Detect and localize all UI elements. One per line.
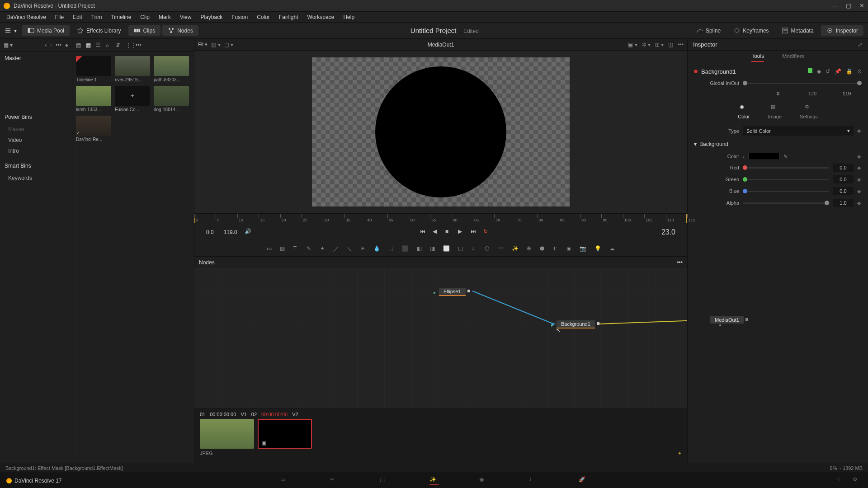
smartbin-keywords[interactable]: Keywords bbox=[0, 173, 72, 183]
color-swatch[interactable] bbox=[748, 153, 780, 160]
last-frame-button[interactable]: ⏭ bbox=[471, 228, 479, 236]
time-ruler[interactable]: 0510152025303540455055606570758085909510… bbox=[194, 213, 687, 223]
tool-text-icon[interactable]: T bbox=[293, 245, 298, 253]
metadata-toggle[interactable]: Metadata bbox=[776, 25, 819, 36]
tool-text3d-icon[interactable]: 𝐓 bbox=[553, 245, 558, 253]
viewer-roi-icon[interactable]: ✲ ▾ bbox=[642, 42, 651, 48]
background-section-header[interactable]: ▾Background bbox=[694, 141, 862, 147]
menu-edit[interactable]: Edit bbox=[69, 13, 86, 21]
clip-timeline1[interactable]: Timeline 1 bbox=[76, 56, 111, 82]
color-picker-icon[interactable]: ✎ bbox=[783, 154, 788, 160]
viewer-tool2-icon[interactable]: ▢ ▾ bbox=[224, 42, 233, 48]
viewer-split-icon[interactable]: ◫ bbox=[668, 42, 673, 48]
more-icon[interactable]: ••• bbox=[136, 42, 142, 48]
menu-mark[interactable]: Mark bbox=[155, 13, 175, 21]
tool-paint-icon[interactable]: ✎ bbox=[307, 245, 311, 253]
tool-render3d-icon[interactable]: ☁ bbox=[609, 245, 615, 253]
menu-fairlight[interactable]: Fairlight bbox=[275, 13, 302, 21]
play-button[interactable]: ▶ bbox=[458, 228, 466, 236]
subtab-color[interactable]: ◉Color bbox=[738, 104, 750, 119]
tool-wand-icon[interactable]: ✨ bbox=[512, 245, 519, 253]
page-media-icon[interactable]: ▭ bbox=[280, 476, 289, 485]
node-graph[interactable]: ▸ Ellipse1 ▸ Background1 MediaOut1 ↖ bbox=[194, 268, 687, 408]
sidebar-dot-icon[interactable]: ● bbox=[65, 42, 68, 48]
view-grid-icon[interactable]: ▦ bbox=[86, 42, 92, 48]
menu-color[interactable]: Color bbox=[253, 13, 274, 21]
type-select[interactable]: Solid Color▾ bbox=[743, 126, 854, 136]
enable-toggle-icon[interactable] bbox=[808, 68, 812, 73]
nodes-options-icon[interactable]: ••• bbox=[677, 259, 683, 266]
media-pool-toggle[interactable]: Media Pool bbox=[22, 25, 70, 36]
page-fairlight-icon[interactable]: ♪ bbox=[529, 476, 538, 485]
powerbin-master[interactable]: Master bbox=[0, 124, 72, 135]
tool-rectangle-icon[interactable]: ▢ bbox=[458, 245, 463, 253]
lock-icon[interactable]: 🔒 bbox=[846, 68, 853, 75]
tool-particles-icon[interactable]: ❋ bbox=[527, 245, 532, 253]
sidebar-back-icon[interactable]: ‹ bbox=[45, 42, 47, 48]
minimize-button[interactable]: — bbox=[832, 2, 838, 9]
tool-camera-icon[interactable]: 📷 bbox=[580, 245, 586, 253]
effects-library-toggle[interactable]: Effects Library bbox=[71, 25, 126, 36]
current-frame[interactable]: 23.0 bbox=[659, 227, 678, 237]
menu-playback[interactable]: Playback bbox=[197, 13, 226, 21]
spline-toggle[interactable]: Spline bbox=[691, 25, 726, 36]
page-deliver-icon[interactable]: 🚀 bbox=[579, 476, 588, 485]
tab-tools[interactable]: Tools bbox=[751, 53, 764, 62]
smart-bins-header[interactable]: Smart Bins bbox=[0, 159, 72, 173]
menu-view[interactable]: View bbox=[176, 13, 195, 21]
viewer-fit-dropdown[interactable]: Fit ▾ bbox=[198, 42, 208, 47]
alpha-value[interactable]: 1.0 bbox=[833, 199, 854, 207]
project-settings-icon[interactable]: ⚙ bbox=[853, 476, 862, 485]
alpha-slider[interactable] bbox=[743, 202, 829, 204]
tool-background-icon[interactable]: ▭ bbox=[267, 245, 272, 253]
audio-icon[interactable]: 🔊 bbox=[245, 228, 253, 236]
green-slider[interactable] bbox=[743, 179, 829, 180]
tool-fastnoise-icon[interactable]: ▨ bbox=[280, 245, 285, 253]
sidebar-menu-icon[interactable]: ▦ ▾ bbox=[4, 42, 13, 48]
node-background1[interactable]: ▸ Background1 bbox=[556, 320, 595, 328]
red-slider[interactable] bbox=[743, 167, 829, 169]
tool-tracker-icon[interactable]: ✦ bbox=[320, 245, 325, 253]
sidebar-fwd-icon[interactable]: › bbox=[50, 42, 52, 48]
clip-lamb[interactable]: lamb-1353... bbox=[76, 86, 111, 112]
node-ellipse1[interactable]: ▸ Ellipse1 bbox=[439, 287, 466, 296]
tool-blur-icon[interactable]: 💧 bbox=[373, 245, 380, 253]
tool-bspline-icon[interactable]: 〰 bbox=[498, 245, 504, 253]
stop-button[interactable]: ■ bbox=[445, 228, 453, 236]
powerbin-intro[interactable]: Intro bbox=[0, 145, 72, 156]
tool-transform-icon[interactable]: ⬛ bbox=[402, 245, 409, 253]
sort-icon[interactable]: ⋮⋮ bbox=[126, 42, 132, 48]
green-value[interactable]: 0.0 bbox=[833, 175, 854, 183]
viewer-subview-icon[interactable]: ▣ ▾ bbox=[628, 42, 637, 48]
menu-davinci[interactable]: DaVinci Resolve bbox=[3, 13, 50, 21]
page-cut-icon[interactable]: ✂ bbox=[330, 476, 339, 485]
global-in-value[interactable]: 0 bbox=[768, 89, 788, 98]
global-inout-slider[interactable] bbox=[743, 83, 862, 84]
versions-icon[interactable]: ⊙ bbox=[857, 68, 862, 75]
clip-davinci[interactable]: ♪DaVinci Re... bbox=[76, 116, 111, 142]
tool-light-icon[interactable]: 💡 bbox=[594, 245, 601, 253]
tool-channel-icon[interactable]: ◨ bbox=[430, 245, 435, 253]
nodes-toggle[interactable]: Nodes bbox=[162, 25, 198, 36]
blue-key-icon[interactable]: ◆ bbox=[857, 188, 862, 194]
home-icon[interactable]: ⌂ bbox=[836, 476, 845, 485]
node-mediaout1[interactable]: MediaOut1 bbox=[710, 316, 744, 324]
subtab-settings[interactable]: ⚙Settings bbox=[800, 104, 818, 119]
tool-prender-icon[interactable]: ⬢ bbox=[540, 245, 545, 253]
viewer-grid-icon[interactable]: ⊞ ▾ bbox=[655, 42, 664, 48]
menu-file[interactable]: File bbox=[52, 13, 67, 21]
inspector-expand-icon[interactable]: ⤢ bbox=[858, 41, 863, 48]
view-list-icon[interactable]: ☰ bbox=[96, 42, 102, 48]
pin-icon[interactable]: 📌 bbox=[835, 68, 841, 75]
reset-icon[interactable]: ↺ bbox=[826, 68, 830, 75]
viewer[interactable] bbox=[194, 51, 687, 213]
page-color-icon[interactable]: ◉ bbox=[479, 476, 488, 485]
close-button[interactable]: ✕ bbox=[859, 2, 864, 9]
tool-polygon-icon[interactable]: ⬡ bbox=[485, 245, 490, 253]
step-back-button[interactable]: ◀ bbox=[433, 228, 441, 236]
clip-dog[interactable]: dog-18014... bbox=[154, 86, 189, 112]
power-bins-header[interactable]: Power Bins bbox=[0, 110, 72, 124]
red-key-icon[interactable]: ◆ bbox=[857, 165, 862, 171]
clip-thumb-2[interactable]: ▣ bbox=[258, 419, 312, 449]
first-frame-button[interactable]: ⏮ bbox=[420, 228, 428, 236]
